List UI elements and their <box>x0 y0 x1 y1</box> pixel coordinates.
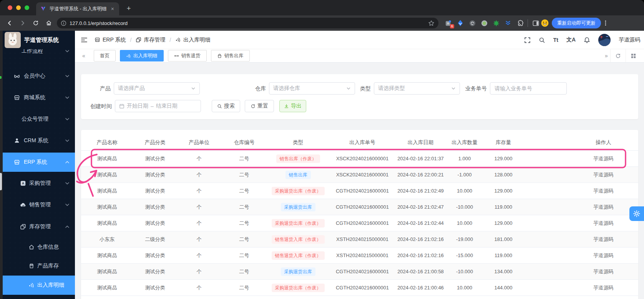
extension-gray-circle-icon[interactable] <box>468 18 477 28</box>
reset-button[interactable]: 重置 <box>245 100 274 112</box>
notification-bell-icon[interactable] <box>584 37 590 43</box>
site-info-icon[interactable] <box>61 20 66 26</box>
extension-chevrons-icon[interactable] <box>503 18 513 28</box>
svg-text:A: A <box>22 181 24 185</box>
menu-fold-icon[interactable] <box>81 37 88 43</box>
extension-green-circle-icon[interactable] <box>480 18 489 28</box>
sidebar-item-sales-mgmt[interactable]: 销售管理 <box>3 195 75 214</box>
breadcrumb-separator: / <box>169 37 171 43</box>
sidebar-item-erp-system[interactable]: ERP 系统 <box>3 153 75 172</box>
cell: -19.000 <box>445 231 484 247</box>
bookmark-star-icon[interactable] <box>428 20 435 27</box>
window-zoom-button[interactable] <box>25 5 29 10</box>
translate-icon[interactable]: 文A <box>566 37 576 43</box>
chevron-up-icon <box>65 224 70 229</box>
extension-adblock-icon[interactable]: 6 <box>444 18 453 28</box>
type-badge: 销售出库 <box>285 171 311 179</box>
tab-sales-out[interactable]: 销售出库 <box>211 50 250 61</box>
browser-menu-icon[interactable] <box>601 18 610 28</box>
glasses-icon <box>14 73 20 79</box>
page-tabs: 首页 出入库明细 销售退货 销售出库 <box>94 50 250 61</box>
dumbbell-icon <box>174 53 179 58</box>
window-close-button[interactable] <box>8 5 12 10</box>
download-icon <box>284 104 289 109</box>
cell: 采购退货出库（作废） <box>267 280 329 296</box>
url-bar[interactable]: 127.0.0.1/erp/stock/record <box>57 18 438 28</box>
cell: 芋道源码 <box>523 183 638 199</box>
cell: 2024-02-16 21:02:16 <box>396 248 445 263</box>
window-minimize-button[interactable] <box>16 5 21 10</box>
cell: CGTH20240216000001 <box>329 183 396 199</box>
extension-kite-icon[interactable] <box>456 18 465 28</box>
cell: 芋道源码 <box>523 231 638 247</box>
bizno-input[interactable] <box>490 82 567 95</box>
sidebar-item-stock-record[interactable]: 出入库明细 <box>3 276 75 295</box>
user-avatar[interactable] <box>598 34 611 46</box>
type-badge: 采购退货出库 <box>281 203 315 211</box>
profile-emoji-icon[interactable] <box>540 18 549 28</box>
create-time-label: 创建时间 <box>81 100 112 112</box>
date-range-picker[interactable]: 开始日期 – 结束日期 <box>115 100 201 112</box>
cell: 个 <box>177 215 221 231</box>
browser-update-button[interactable]: 重新启动即可更新 <box>552 18 601 28</box>
tabs-scroll-left-icon[interactable]: « <box>80 53 88 59</box>
cell: 芋道源码 <box>523 215 638 231</box>
reload-icon[interactable] <box>29 17 42 29</box>
extensions-puzzle-icon[interactable] <box>515 18 524 28</box>
tab-close-icon[interactable]: × <box>110 6 115 12</box>
type-badge: 采购退货出库（作废） <box>272 219 325 228</box>
browser-tab[interactable]: 芋道管理系统 - 出入库明细 × <box>36 2 119 15</box>
tabs-scroll-right-icon[interactable]: » <box>603 53 610 59</box>
fullscreen-icon[interactable] <box>524 37 531 43</box>
browser-toolbar: 127.0.0.1/erp/stock/record 6 <box>0 15 644 31</box>
date-end-placeholder: 结束日期 <box>156 103 178 110</box>
cell: -15.000 <box>445 248 484 263</box>
sidebar-item-product-stock[interactable]: 产品库存 <box>3 256 75 276</box>
refresh-icon <box>251 104 256 109</box>
breadcrumb-item-inventory[interactable]: 库存管理 <box>136 37 165 43</box>
cell: 个 <box>177 167 221 183</box>
breadcrumb-item-erp[interactable]: ERP 系统 <box>95 37 126 43</box>
sidebar-item-warehouse-info[interactable]: 仓库信息 <box>3 238 75 257</box>
extension-icons: 6 <box>444 18 524 28</box>
font-size-icon[interactable]: Tt <box>553 37 558 43</box>
cell: 测试分类 <box>133 264 177 279</box>
browser-tab-title: 芋道管理系统 - 出入库明细 <box>50 6 107 12</box>
side-panel-icon[interactable] <box>531 18 540 28</box>
tab-sales-return[interactable]: 销售退货 <box>168 50 207 61</box>
export-button[interactable]: 导出 <box>279 100 306 112</box>
search-icon[interactable] <box>539 37 545 43</box>
refresh-icon[interactable] <box>610 49 626 62</box>
browser-chrome: 芋道管理系统 - 出入库明细 × + 127 <box>0 0 644 31</box>
cell: 测试分类 <box>133 199 177 215</box>
breadcrumb-item-stock-record[interactable]: 出入库明细 <box>175 37 210 43</box>
product-select[interactable]: 请选择产品 <box>114 82 200 95</box>
home-icon[interactable] <box>42 17 55 29</box>
cell: 销售出库（作废） <box>267 151 329 166</box>
search-button[interactable]: 搜索 <box>212 100 240 112</box>
sidebar-item-official-account[interactable]: 公众号管理 <box>3 110 75 129</box>
cell: 129.000 <box>484 151 523 166</box>
extension-star-icon[interactable] <box>491 18 501 28</box>
back-icon[interactable] <box>3 17 16 29</box>
layout-grid-icon[interactable] <box>626 49 641 62</box>
forward-icon[interactable] <box>16 17 29 29</box>
tab-home[interactable]: 首页 <box>94 50 116 61</box>
sidebar-item-inventory-mgmt[interactable]: 库存管理 <box>3 217 75 236</box>
sidebar-item-mall-system[interactable]: 商城系统 <box>3 88 75 107</box>
new-tab-button[interactable]: + <box>124 3 134 13</box>
sidebar-item-crm-system[interactable]: CRM 系统 <box>3 131 75 150</box>
cup-icon <box>28 263 35 269</box>
toolbar-divider <box>528 19 528 27</box>
voice-icon <box>175 37 181 43</box>
sidebar-item-member-center[interactable]: 会员中心 <box>3 66 75 86</box>
storefront-icon <box>14 95 20 101</box>
bizno-label: 业务单号 <box>442 82 487 95</box>
chevron-down-icon <box>65 181 70 186</box>
settings-gear-button[interactable] <box>629 206 644 221</box>
username[interactable]: 芋道源码 <box>619 37 640 43</box>
tab-stock-record[interactable]: 出入库明细 <box>120 50 164 61</box>
sidebar-item-purchase-mgmt[interactable]: A 采购管理 <box>3 174 75 193</box>
voice-icon <box>126 53 131 58</box>
extension-badge: 6 <box>450 24 454 28</box>
